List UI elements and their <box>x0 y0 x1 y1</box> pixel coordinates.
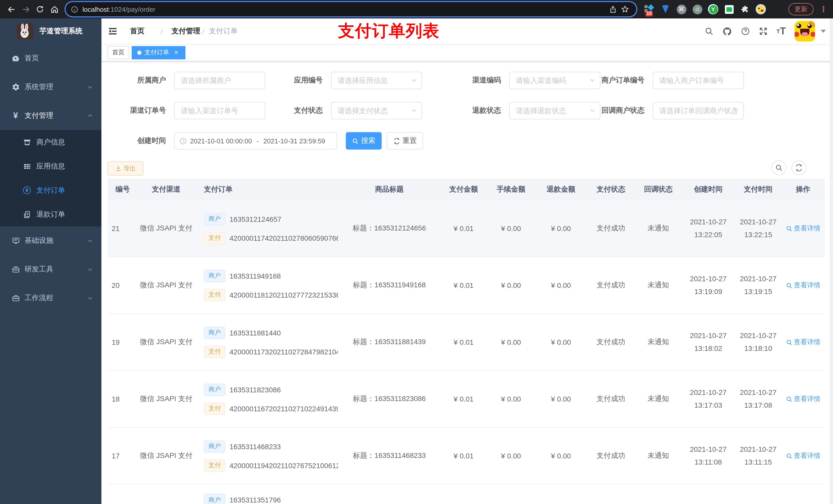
font-size-icon[interactable]: TT <box>777 26 786 37</box>
view-detail-link[interactable]: 查看详情 <box>786 451 820 460</box>
col-header: 操作 <box>781 185 825 194</box>
breadcrumb-pay[interactable]: 支付管理 <box>168 27 198 36</box>
field-label: 渠道编码 <box>422 76 509 85</box>
app-select[interactable] <box>331 72 422 89</box>
cell-id: 18 <box>108 371 138 427</box>
home-button[interactable] <box>47 2 62 16</box>
caret-down-icon[interactable] <box>821 30 826 33</box>
cell-action <box>781 484 825 504</box>
search-button[interactable]: 搜索 <box>346 132 382 149</box>
yen-icon: ¥ <box>11 112 20 120</box>
extension-badge: 10 <box>645 11 653 16</box>
pay-order-no: 4200001174202110278060590766 <box>230 234 338 242</box>
pay-tag: 支付 <box>204 402 225 415</box>
cell-refund: ¥ 0.00 <box>536 200 587 257</box>
cell-fee: ¥ 0.00 <box>487 314 536 370</box>
breadcrumb: 首页 / 支付管理 / 支付订单 <box>126 27 238 36</box>
cell-create-time: 2021-10-2713:22:05 <box>681 200 735 257</box>
page-scrollbar[interactable] <box>830 19 833 504</box>
sidebar-item-merchant-info[interactable]: 商户信息 <box>0 130 101 154</box>
url-text: localhost:1024/pay/order <box>82 5 606 13</box>
create-time-range-picker[interactable]: 2021-10-01 00:00:00 - 2021-10-31 23:59:5… <box>174 132 337 149</box>
view-detail-link[interactable]: 查看详情 <box>786 338 820 347</box>
back-button[interactable] <box>4 2 19 16</box>
show-search-toggle-button[interactable] <box>771 160 786 175</box>
sidebar-item-infrastructure[interactable]: 基础设施 <box>0 226 101 255</box>
chevron-down-icon <box>87 84 93 90</box>
browser-menu-icon[interactable]: ⋮ <box>820 5 827 14</box>
channel-code-select[interactable] <box>509 72 600 89</box>
chevron-down-icon <box>589 77 596 83</box>
bookmark-star-icon[interactable] <box>619 3 631 15</box>
cell-create-time: 2021-10-2713:17:03 <box>681 371 735 427</box>
cell-notify: 未通知 <box>635 371 681 427</box>
channel-order-no-input[interactable] <box>174 102 265 119</box>
collapse-sidebar-icon[interactable] <box>108 26 118 37</box>
chevron-down-icon <box>733 107 739 114</box>
chrome-update-button[interactable]: 更新 <box>788 3 813 15</box>
cell-pay-time: 2021-10-2713:18:10 <box>735 314 781 370</box>
sidebar-item-workflow[interactable]: 工作流程 <box>0 284 101 312</box>
cell-status <box>587 484 635 504</box>
puzzle-extensions-icon[interactable] <box>740 4 750 14</box>
forward-button[interactable] <box>19 2 33 16</box>
github-icon[interactable] <box>722 26 732 36</box>
chevron-down-icon <box>87 295 93 301</box>
pay-status-select[interactable] <box>331 102 422 119</box>
view-detail-link[interactable]: 查看详情 <box>786 281 820 290</box>
notify-status-select[interactable] <box>653 102 744 119</box>
sidebar-item-payment[interactable]: ¥ 支付管理 <box>0 101 101 130</box>
extension-icon-1[interactable]: 10 <box>644 4 655 14</box>
table-row: 17 微信 JSAPI 支付 商户1635311468233 支付4200001… <box>108 428 825 484</box>
cell-fee <box>487 484 536 504</box>
sidebar-item-refund-order[interactable]: 退款订单 <box>0 202 101 226</box>
refresh-table-button[interactable] <box>791 160 806 175</box>
pay-tag: 支付 <box>204 289 225 301</box>
extension-icon-4[interactable] <box>692 4 703 14</box>
merchant-select[interactable] <box>174 72 265 89</box>
extension-icon-6[interactable] <box>724 4 734 14</box>
cell-fee: ¥ 0.00 <box>487 371 536 427</box>
user-avatar[interactable] <box>794 21 815 42</box>
view-detail-link[interactable]: 查看详情 <box>786 394 820 404</box>
sidebar-item-dev-tools[interactable]: 研发工具 <box>0 255 101 284</box>
fullscreen-icon[interactable] <box>759 27 768 36</box>
merchant-order-no: 1635311468233 <box>230 442 281 451</box>
extension-icon-3[interactable]: ⌘ <box>676 4 687 14</box>
tab-pay-order[interactable]: 支付订单✕ <box>132 46 186 59</box>
view-detail-link[interactable]: 查看详情 <box>786 224 820 233</box>
cell-action: 查看详情 <box>781 257 825 313</box>
extension-icon-2[interactable] <box>660 4 671 14</box>
reload-button[interactable] <box>33 2 47 16</box>
site-info-icon[interactable] <box>71 5 78 13</box>
search-icon[interactable] <box>704 27 713 36</box>
merchant-order-no: 1635311351796 <box>230 496 281 504</box>
sidebar-item-app-info[interactable]: 应用信息 <box>0 154 101 178</box>
merchant-order-no-input[interactable] <box>653 72 744 89</box>
toolbox-icon <box>11 265 20 274</box>
cell-pay-time: 2021-10-2713:11:15 <box>735 428 781 484</box>
chevron-down-icon <box>87 238 93 244</box>
tab-home[interactable]: 首页 <box>108 46 129 59</box>
sidebar-item-system[interactable]: 系统管理 <box>0 73 101 101</box>
reset-button[interactable]: 重置 <box>387 132 423 149</box>
close-tab-icon[interactable]: ✕ <box>173 49 180 56</box>
share-icon[interactable] <box>606 3 619 15</box>
cell-channel: 微信 JSAPI 支付 <box>138 428 195 484</box>
help-icon[interactable] <box>740 27 750 36</box>
sidebar-item-pay-order[interactable]: ¥ 支付订单 <box>0 178 101 202</box>
refund-status-select[interactable] <box>509 102 600 119</box>
profile-avatar-icon[interactable] <box>756 4 766 14</box>
merchant-tag: 商户 <box>204 440 225 453</box>
browser-toolbar: localhost:1024/pay/order 10 ⌘ Y 更新 ⋮ <box>0 0 833 19</box>
breadcrumb-home[interactable]: 首页 <box>126 27 156 36</box>
sidebar-item-home[interactable]: 首页 <box>0 44 101 73</box>
cell-channel: 微信 JSAPI 支付 <box>138 200 195 257</box>
export-button[interactable]: 导出 <box>108 161 143 176</box>
extensions-area: 10 ⌘ Y <box>644 4 766 14</box>
extension-icon-5[interactable]: Y <box>708 4 718 14</box>
field-label: 渠道订单号 <box>108 106 174 115</box>
yen-circle-icon: ¥ <box>23 186 31 195</box>
address-bar[interactable]: localhost:1024/pay/order <box>66 2 636 16</box>
orders-table: 编号 支付渠道 支付订单 商品标题 支付金额 手续金额 退款金额 支付状态 回调… <box>108 179 825 504</box>
